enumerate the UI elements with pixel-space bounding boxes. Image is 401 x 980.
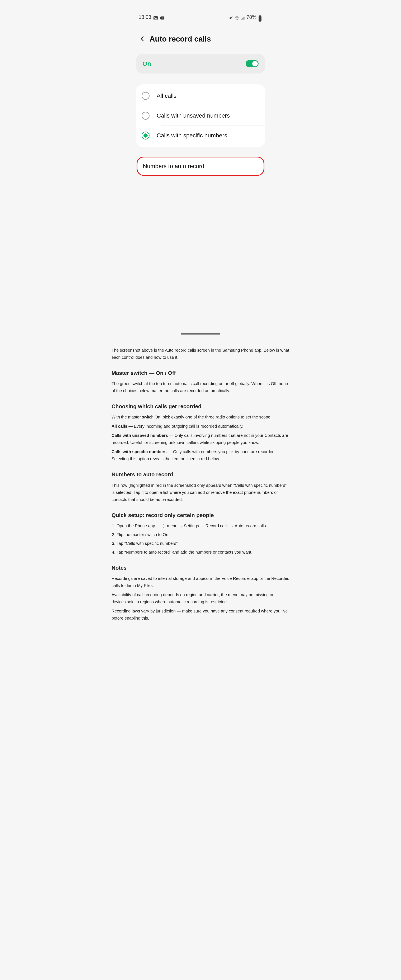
record-scope-options: All calls Calls with unsaved numbers Cal… xyxy=(136,84,265,147)
article-intro: The screenshot above is the Auto record … xyxy=(111,347,290,361)
heading-steps: Quick setup: record only certain people xyxy=(111,511,290,520)
master-toggle-label: On xyxy=(142,60,151,67)
article-body: The screenshot above is the Auto record … xyxy=(107,347,294,622)
opt-all-title: All calls xyxy=(111,424,127,428)
svg-point-1 xyxy=(154,17,155,18)
master-toggle-switch[interactable] xyxy=(246,60,259,67)
note-legal: Recording laws vary by jurisdiction — ma… xyxy=(111,608,290,622)
heading-notes: Notes xyxy=(111,563,290,573)
radio-icon xyxy=(142,92,150,100)
para-scope: With the master switch On, pick exactly … xyxy=(111,414,290,420)
opt-all-text: Every incoming and outgoing call is reco… xyxy=(134,424,243,428)
step-2: Flip the master switch to On. xyxy=(116,531,290,538)
note-storage: Recordings are saved to internal storage… xyxy=(111,575,290,589)
svg-rect-9 xyxy=(259,16,261,16)
step-4: Tap “Numbers to auto record” and add the… xyxy=(116,549,290,556)
svg-rect-4 xyxy=(241,19,242,20)
heading-scope: Choosing which calls get recorded xyxy=(111,402,290,411)
option-all-calls[interactable]: All calls xyxy=(136,86,265,106)
option-specific-numbers[interactable]: Calls with specific numbers xyxy=(136,126,265,145)
wifi-icon xyxy=(235,15,239,19)
option-label: Calls with specific numbers xyxy=(157,132,227,139)
status-time: 18:03 xyxy=(139,14,151,20)
step-3: Tap “Calls with specific numbers”. xyxy=(116,540,290,547)
steps-list: Open the Phone app → ⋮ menu → Settings →… xyxy=(116,522,290,556)
switch-knob xyxy=(252,61,258,67)
heading-numbers-link: Numbers to auto record xyxy=(111,470,290,479)
phone-frame: 18:03 78% Aut xyxy=(134,10,267,336)
youtube-icon xyxy=(160,15,165,19)
svg-rect-8 xyxy=(259,16,261,22)
battery-icon xyxy=(258,15,262,19)
link-label: Numbers to auto record xyxy=(143,163,204,169)
numbers-to-auto-record[interactable]: Numbers to auto record xyxy=(137,157,264,176)
svg-rect-7 xyxy=(244,16,245,19)
mute-icon xyxy=(229,15,234,19)
signal-icon xyxy=(240,15,245,19)
back-icon[interactable] xyxy=(140,36,145,42)
note-availability: Availability of call recording depends o… xyxy=(111,591,290,605)
option-label: Calls with unsaved numbers xyxy=(157,112,230,119)
radio-icon xyxy=(142,112,150,120)
option-label: All calls xyxy=(157,92,177,99)
para-opt-all: All calls — Every incoming and outgoing … xyxy=(111,423,290,430)
para-master-switch: The green switch at the top turns automa… xyxy=(111,380,290,394)
page-header: Auto record calls xyxy=(134,22,267,54)
step-1: Open the Phone app → ⋮ menu → Settings →… xyxy=(116,522,290,529)
status-bar: 18:03 78% xyxy=(134,10,267,22)
para-opt-unsaved: Calls with unsaved numbers — Only calls … xyxy=(111,432,290,446)
para-numbers-link: This row (highlighted in red in the scre… xyxy=(111,482,290,503)
opt-unsaved-title: Calls with unsaved numbers xyxy=(111,433,168,438)
svg-rect-6 xyxy=(243,18,243,19)
page-title: Auto record calls xyxy=(150,35,211,43)
radio-icon xyxy=(142,132,150,140)
option-unsaved-numbers[interactable]: Calls with unsaved numbers xyxy=(136,106,265,126)
gesture-bar xyxy=(181,333,220,334)
battery-percent: 78% xyxy=(247,14,256,20)
picture-icon xyxy=(153,15,158,19)
heading-master-switch: Master switch — On / Off xyxy=(111,368,290,377)
opt-specific-title: Calls with specific numbers xyxy=(111,449,167,454)
svg-rect-5 xyxy=(242,18,242,19)
master-toggle-card[interactable]: On xyxy=(136,54,265,73)
para-opt-specific: Calls with specific numbers — Only calls… xyxy=(111,448,290,462)
